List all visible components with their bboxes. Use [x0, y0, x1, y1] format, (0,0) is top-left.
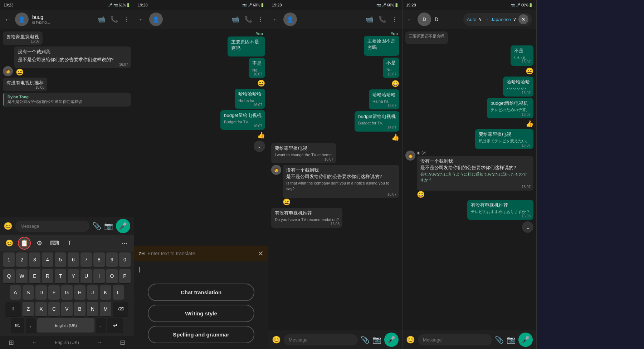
translation-close-btn[interactable]: ✕ [518, 14, 528, 24]
msg-2-3-time: 16:07 [253, 103, 262, 108]
key-v[interactable]: V [61, 302, 73, 317]
key-shift[interactable]: ⇧ [5, 302, 21, 317]
key-space[interactable]: English (UK) [37, 318, 94, 333]
camera-btn-1[interactable]: 📷 [104, 222, 113, 230]
auto-lang-btn[interactable]: Auto [467, 17, 477, 22]
key-9[interactable]: 9 [106, 252, 118, 267]
cam-btn-4[interactable]: 📷 [507, 335, 516, 344]
attach-3[interactable]: 📎 [361, 335, 370, 344]
more-icon-3[interactable]: ⋮ [391, 15, 398, 23]
message-input-4[interactable] [418, 334, 492, 345]
settings-tool-btn[interactable]: ⚙ [33, 237, 46, 250]
kb-fwd-icon[interactable]: → [97, 339, 102, 346]
emoji-tool-btn[interactable]: 😊 [3, 237, 16, 250]
key-w[interactable]: W [16, 269, 28, 284]
kb-back-icon[interactable]: ← [31, 339, 37, 346]
key-t[interactable]: T [55, 269, 66, 284]
key-j[interactable]: J [87, 285, 98, 300]
key-period[interactable]: . [96, 318, 106, 333]
key-7[interactable]: 7 [80, 252, 92, 267]
translate-input[interactable] [147, 251, 255, 256]
key-6[interactable]: 6 [68, 252, 79, 267]
key-z[interactable]: Z [23, 302, 34, 317]
writing-style-btn[interactable]: Writing style [148, 305, 254, 322]
key-h[interactable]: H [74, 285, 86, 300]
key-l[interactable]: L [113, 285, 124, 300]
key-3[interactable]: 3 [29, 252, 40, 267]
num-row: 1 2 3 4 5 6 7 8 9 0 [1, 252, 133, 267]
key-n[interactable]: N [87, 302, 98, 317]
text-tool-btn[interactable]: T [63, 237, 76, 250]
emoji-btn-4[interactable]: 😊 [406, 335, 415, 344]
key-p[interactable]: P [119, 269, 131, 284]
key-s[interactable]: S [23, 285, 34, 300]
key-enter[interactable]: ↵ [107, 318, 123, 333]
more-icon[interactable]: ⋮ [123, 15, 130, 23]
key-k[interactable]: K [100, 285, 111, 300]
call-icon[interactable]: 📞 [110, 15, 118, 23]
key-8[interactable]: 8 [93, 252, 105, 267]
sent-group-2: You 主要原因不是穷吗 [221, 31, 265, 56]
kb-nav-icon[interactable]: ⊟ [120, 339, 125, 346]
key-u[interactable]: U [80, 269, 92, 284]
msg-3-1: 不是No. 16:07 [383, 58, 399, 78]
dropdown-jp-icon[interactable]: ∨ [513, 17, 516, 22]
key-b[interactable]: B [74, 302, 86, 317]
kb-grid-icon[interactable]: ⊞ [9, 339, 14, 346]
key-i[interactable]: I [93, 269, 105, 284]
key-1[interactable]: 1 [3, 252, 15, 267]
key-c[interactable]: C [48, 302, 60, 317]
scroll-down-btn-2[interactable]: ⌄ [254, 141, 265, 152]
more-tool-btn[interactable]: ⋯ [118, 237, 131, 250]
key-5[interactable]: 5 [55, 252, 66, 267]
video-icon-2[interactable]: 📹 [231, 15, 239, 23]
chat-translation-btn[interactable]: Chat translation [148, 284, 254, 301]
translate-tool-btn[interactable]: 📋 [18, 237, 31, 250]
scroll-btn-4[interactable]: ⌄ [522, 221, 533, 233]
key-comma[interactable]: , [26, 318, 36, 333]
more-icon-2[interactable]: ⋮ [257, 15, 264, 23]
back-button-2[interactable]: ← [138, 15, 146, 24]
back-button-4[interactable]: ← [407, 15, 414, 24]
battery-icon: 61%🔋 [119, 3, 130, 7]
japanese-lang-btn[interactable]: Japanese [491, 17, 511, 22]
key-r[interactable]: R [42, 269, 53, 284]
key-d[interactable]: D [35, 285, 47, 300]
attach-icon-1[interactable]: 📎 [92, 222, 101, 230]
key-0[interactable]: 0 [119, 252, 131, 267]
msg-2-3: 哈哈哈哈哈 Ha ha ha 16:07 [235, 89, 265, 109]
attach-4[interactable]: 📎 [495, 335, 504, 344]
key-e[interactable]: E [29, 269, 40, 284]
key-backspace[interactable]: ⌫ [113, 302, 128, 317]
mic-btn-3[interactable]: 🎤 [384, 333, 399, 347]
spelling-grammar-btn[interactable]: Spelling and grammar [148, 326, 254, 343]
key-q[interactable]: Q [3, 269, 15, 284]
back-button-3[interactable]: ← [273, 15, 280, 24]
key-2[interactable]: 2 [16, 252, 28, 267]
key-y[interactable]: Y [68, 269, 79, 284]
message-input-1[interactable] [15, 221, 89, 232]
key-sym[interactable]: !#1 [11, 318, 24, 333]
emoji-btn-3[interactable]: 😊 [272, 335, 281, 344]
key-m[interactable]: M [100, 302, 111, 317]
key-f[interactable]: F [48, 285, 60, 300]
key-x[interactable]: X [35, 302, 47, 317]
mic-btn-1[interactable]: 🎤 [116, 219, 130, 233]
back-button-1[interactable]: ← [4, 15, 11, 24]
dropdown-auto-icon[interactable]: ∨ [479, 17, 482, 22]
call-icon-3[interactable]: 📞 [379, 15, 386, 23]
time-1: 19:23 [4, 3, 14, 7]
call-icon-2[interactable]: 📞 [244, 15, 252, 23]
translate-close-btn[interactable]: ✕ [258, 249, 264, 258]
key-g[interactable]: G [61, 285, 73, 300]
key-o[interactable]: O [106, 269, 118, 284]
mic-btn-4[interactable]: 🎤 [518, 333, 533, 347]
cam-btn-3[interactable]: 📷 [372, 335, 381, 344]
key-4[interactable]: 4 [42, 252, 53, 267]
key-a[interactable]: A [10, 285, 21, 300]
emoji-btn-1[interactable]: 😊 [4, 222, 13, 230]
video-icon[interactable]: 📹 [97, 15, 105, 23]
video-icon-3[interactable]: 📹 [366, 15, 374, 23]
keyboard-tool-btn[interactable]: ⌨ [48, 237, 61, 250]
message-input-3[interactable] [284, 334, 358, 345]
